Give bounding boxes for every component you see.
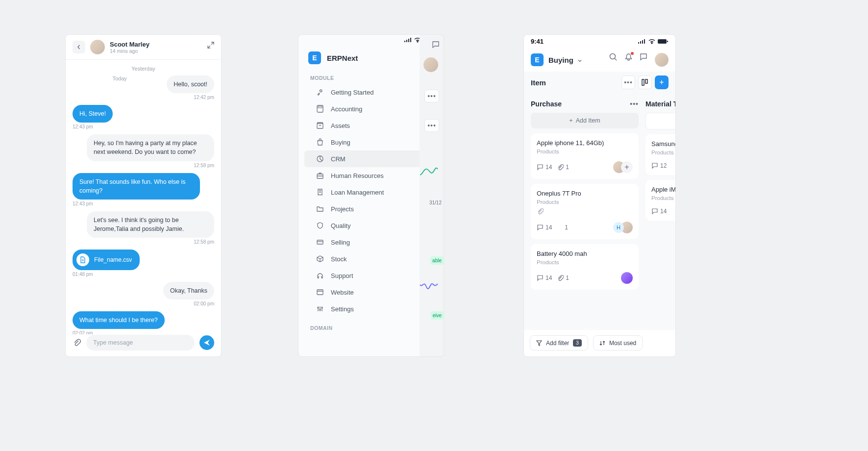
attachment-icon <box>557 275 564 281</box>
pie-icon <box>316 155 324 163</box>
sort-button[interactable]: Most used <box>593 335 643 351</box>
sidebar-item-assets[interactable]: Assets <box>304 117 434 134</box>
window-icon <box>316 288 324 296</box>
message-bubble: Hey, so I'm having a party at my place n… <box>87 134 214 161</box>
headset-icon <box>316 272 324 279</box>
kanban-screen: 9:41 E Buying Item ••• <box>523 34 676 357</box>
avatar[interactable] <box>423 57 438 72</box>
expand-icon <box>207 42 214 49</box>
sidebar-item-stock[interactable]: Stock <box>304 251 434 267</box>
more-button[interactable]: ••• <box>424 90 439 102</box>
sidebar-item-buying[interactable]: Buying <box>304 134 434 150</box>
svg-rect-8 <box>318 106 322 108</box>
kanban-card[interactable]: SamsungProducts 12 <box>645 134 676 175</box>
kanban-card[interactable]: Apple iMProducts 14 <box>645 180 676 221</box>
kanban-column: Purchase•••+Add ItemApple iphone 11, 64G… <box>531 100 639 322</box>
avatar[interactable] <box>655 53 669 67</box>
add-button[interactable]: + <box>655 75 669 89</box>
card-subtitle: Products <box>651 195 676 201</box>
section-domain-label: DOMAIN <box>298 322 440 334</box>
timestamp: 12:42 pm <box>194 95 214 100</box>
add-item-button[interactable]: +Add Item <box>531 113 639 128</box>
message-input[interactable]: Type message <box>86 335 195 351</box>
sidebar-item-support[interactable]: Support <box>304 267 434 284</box>
attachment-icon[interactable] <box>73 338 81 347</box>
sidebar-item-accounting[interactable]: Accounting <box>304 100 434 117</box>
add-item-button[interactable] <box>645 113 676 129</box>
sidebar-item-crm[interactable]: CRM <box>304 150 434 167</box>
card-title: Apple iM <box>651 186 676 193</box>
sidebar-item-selling[interactable]: Selling <box>304 234 434 251</box>
add-assignee-button[interactable]: + <box>621 161 633 173</box>
sidebar-item-label: Selling <box>331 239 350 246</box>
card-title: Battery 4000 mah <box>537 250 633 257</box>
message-bubble: Okay, Thanks <box>163 282 214 300</box>
signal-icon <box>638 39 646 44</box>
module-title[interactable]: Buying <box>548 56 582 64</box>
sidebar-item-label: Projects <box>331 205 354 213</box>
sort-icon <box>599 340 605 346</box>
kanban-card[interactable]: Oneplus 7T ProProducts 141H <box>531 184 639 239</box>
day-separator: Yesterday <box>73 66 214 72</box>
send-button[interactable] <box>199 335 214 350</box>
calc-icon <box>316 105 324 113</box>
chat-icon[interactable] <box>640 53 648 61</box>
app-logo[interactable]: E <box>308 51 321 64</box>
avatar-initial: H <box>613 222 624 233</box>
background-panel: ••• ••• 31/12 able eive <box>420 34 444 357</box>
file-icon <box>79 256 86 263</box>
sidebar-item-projects[interactable]: Projects <box>304 200 434 217</box>
svg-rect-13 <box>317 290 323 295</box>
chat-contact-name: Scoot Marley <box>110 41 149 48</box>
wifi-icon <box>648 39 655 44</box>
svg-point-20 <box>610 54 616 59</box>
svg-rect-22 <box>645 79 647 83</box>
sidebar-item-label: Settings <box>331 305 354 313</box>
timestamp: 02:00 pm <box>194 301 214 306</box>
sidebar-item-label: Quality <box>331 222 350 229</box>
expand-button[interactable] <box>207 42 214 49</box>
more-button[interactable]: ••• <box>621 75 635 89</box>
sidebar-item-loan-management[interactable]: Loan Management <box>304 184 434 200</box>
kanban-card[interactable]: Apple iphone 11, 64Gb)Products 14 1+ <box>531 133 639 179</box>
card-title: Apple iphone 11, 64Gb) <box>537 139 633 147</box>
view-toggle[interactable] <box>638 75 652 89</box>
message-bubble: Hello, scoot! <box>167 75 214 93</box>
sidebar-item-settings[interactable]: Settings <box>304 301 434 317</box>
svg-rect-19 <box>667 41 668 42</box>
sidebar-item-quality[interactable]: Quality <box>304 217 434 234</box>
chat-input-bar: Type message <box>66 329 221 356</box>
svg-rect-9 <box>317 124 323 128</box>
card-icon <box>316 238 324 246</box>
card-subtitle: Products <box>651 150 676 155</box>
avatar <box>621 272 633 284</box>
card-subtitle: Products <box>537 199 633 205</box>
sidebar-screen: E ERPNext MODULE Getting StartedAccounti… <box>298 34 440 357</box>
clock: 9:41 <box>531 38 544 45</box>
add-filter-button[interactable]: Add filter 3 <box>530 335 588 351</box>
sparkline-icon <box>420 166 438 178</box>
chevron-down-icon <box>577 58 582 63</box>
notification-button[interactable] <box>624 53 633 67</box>
avatar[interactable] <box>90 40 105 54</box>
comment-icon <box>651 208 658 215</box>
sidebar-item-label: Loan Management <box>331 189 384 196</box>
app-logo[interactable]: E <box>531 53 544 66</box>
attachment-icon <box>537 208 544 215</box>
sidebar-item-website[interactable]: Website <box>304 284 434 301</box>
chat-screen: Scoot Marley 14 mins ago YesterdayHello,… <box>65 34 222 357</box>
chat-messages: YesterdayHello, scoot!12:42 pmHi, Steve!… <box>66 60 221 334</box>
kanban-card[interactable]: Battery 4000 mahProducts 14 1 <box>531 244 639 290</box>
column-more-button[interactable]: ••• <box>630 100 639 108</box>
status-bar <box>298 35 440 46</box>
sidebar-item-getting-started[interactable]: Getting Started <box>304 84 434 100</box>
more-button[interactable]: ••• <box>424 119 439 132</box>
timestamp: 01:48 pm <box>73 272 93 277</box>
search-icon[interactable] <box>609 53 618 61</box>
chat-icon[interactable] <box>432 41 440 49</box>
file-attachment[interactable]: File_name.csv <box>73 250 140 270</box>
kanban-header: E Buying <box>524 48 675 72</box>
sidebar-item-human-resources[interactable]: Human Resources <box>304 167 434 184</box>
back-button[interactable] <box>73 41 85 53</box>
chat-last-seen: 14 mins ago <box>110 48 149 54</box>
